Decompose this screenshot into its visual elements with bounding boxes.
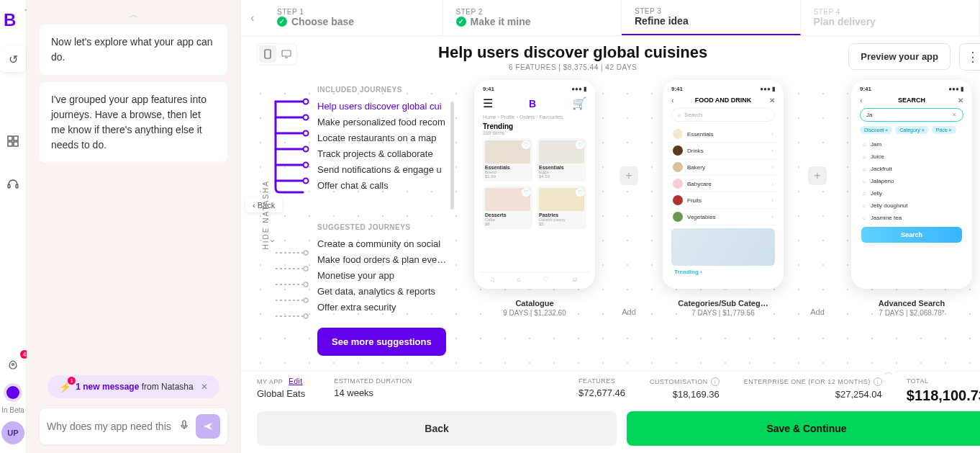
customisation-value: $18,169.36 bbox=[650, 389, 720, 400]
svg-point-6 bbox=[12, 364, 14, 366]
mockup-title: Catalogue bbox=[515, 299, 553, 308]
phone-frame: 9:41●●● ▮ ☰B🛒 Home › Profile › Orders › … bbox=[474, 80, 595, 289]
info-icon[interactable]: i bbox=[711, 377, 720, 386]
product-card: ♡DessertsCake$8 bbox=[483, 186, 532, 229]
phone-bottom-nav: ⌂⌕♡☺ bbox=[480, 272, 589, 283]
step-3[interactable]: STEP 3 Refine idea bbox=[622, 0, 801, 35]
journey-item[interactable]: Make food orders & plan even… bbox=[284, 251, 450, 267]
signal-icon: ●●● ▮ bbox=[571, 86, 586, 92]
canvas-title: Help users discover global cuisines bbox=[306, 43, 840, 62]
search-icon: ⌕ bbox=[863, 215, 866, 221]
chat-input[interactable] bbox=[47, 421, 173, 432]
user-avatar[interactable]: UP bbox=[1, 421, 24, 444]
step-2[interactable]: STEP 2 ✓Make it mine bbox=[443, 0, 622, 35]
device-desktop-icon[interactable] bbox=[278, 45, 295, 63]
mockup-catalogue[interactable]: 9:41●●● ▮ ☰B🛒 Home › Profile › Orders › … bbox=[460, 80, 609, 371]
edit-app-link[interactable]: Edit bbox=[289, 377, 302, 385]
heart-icon: ♡ bbox=[522, 188, 530, 197]
search-result: ⌕Jelly doughnut bbox=[857, 199, 966, 212]
new-message-from: from Natasha bbox=[139, 382, 193, 392]
send-button[interactable] bbox=[196, 414, 220, 439]
more-menu-button[interactable]: ⋮ bbox=[959, 43, 980, 71]
journey-item[interactable]: Track projects & collaborate bbox=[284, 145, 450, 161]
search-icon: ⌕ bbox=[678, 112, 681, 118]
mic-icon[interactable] bbox=[178, 419, 190, 434]
close-icon: ✕ bbox=[958, 97, 963, 104]
canvas-header: Help users discover global cuisines 6 FE… bbox=[241, 36, 980, 74]
dismiss-pill-icon[interactable]: ✕ bbox=[201, 382, 208, 392]
category-row: Drinks› bbox=[668, 143, 778, 159]
device-toggle bbox=[257, 43, 297, 65]
stepper-prev[interactable]: ‹ bbox=[241, 0, 264, 35]
journey-item[interactable]: Offer extra security bbox=[284, 299, 450, 315]
category-row: Fruits› bbox=[668, 192, 778, 209]
hide-natasha-toggle[interactable]: HIDE NATASHA‹ bbox=[262, 180, 274, 249]
mockup-meta: 9 DAYS | $1,232.60 bbox=[503, 309, 566, 317]
chat-collapse-chevron[interactable]: ︿ bbox=[40, 9, 227, 22]
save-continue-button[interactable]: Save & Continue bbox=[627, 411, 980, 446]
journey-item[interactable]: Make personalized food recom bbox=[284, 114, 450, 130]
svg-rect-8 bbox=[265, 50, 271, 58]
chat-panel: ︿ Now let's explore what your app can do… bbox=[27, 0, 240, 453]
device-phone-icon[interactable] bbox=[259, 45, 276, 63]
search-result: ⌕Jasmine tea bbox=[857, 212, 966, 224]
preview-app-button[interactable]: Preview your app bbox=[848, 43, 950, 70]
headset-icon[interactable] bbox=[0, 171, 26, 197]
beta-indicator[interactable] bbox=[6, 386, 19, 399]
phone-logo: B bbox=[529, 98, 536, 109]
beta-label: In Beta bbox=[1, 406, 24, 414]
mockup-meta: 7 DAYS | $2,068.78* bbox=[879, 309, 944, 317]
check-icon: ✓ bbox=[277, 17, 287, 27]
add-feature-button[interactable]: + bbox=[808, 166, 827, 185]
back-icon: ‹ bbox=[860, 96, 863, 104]
chat-message: I've grouped your app features into jour… bbox=[40, 82, 227, 163]
mockup-search[interactable]: 9:41●●● ▮ ‹SEARCH✕ Ja✕ Discount × Catego… bbox=[837, 80, 980, 371]
close-icon: ✕ bbox=[769, 97, 775, 104]
journey-item[interactable]: Help users discover global cui bbox=[284, 98, 450, 114]
duration-value: 14 weeks bbox=[334, 387, 412, 398]
new-message-pill[interactable]: ⚡ 1 new message from Natasha ✕ bbox=[47, 375, 219, 398]
undo-icon[interactable]: ↺ bbox=[0, 46, 26, 72]
step-1[interactable]: STEP 1 ✓Choose base bbox=[264, 0, 443, 35]
step-4[interactable]: STEP 4 Plan delivery bbox=[801, 0, 980, 35]
category-row: Essentials› bbox=[668, 126, 778, 143]
chat-message: Now let's explore what your app can do. bbox=[40, 24, 227, 75]
footer-bar: ︿ MY APPEdit Global Eats ESTIMATED DURAT… bbox=[241, 371, 980, 453]
signal-icon: ●●● ▮ bbox=[948, 86, 963, 92]
suggested-journeys-heading: SUGGESTED JOURNEYS bbox=[317, 223, 450, 231]
journey-item[interactable]: Get data, analytics & reports bbox=[284, 283, 450, 299]
search-result: ⌕Jam bbox=[857, 138, 966, 151]
heart-icon: ♡ bbox=[522, 140, 530, 149]
journey-item[interactable]: Send notifications & engage u bbox=[284, 161, 450, 177]
journeys-scrollbar[interactable] bbox=[450, 102, 454, 210]
info-icon[interactable]: i bbox=[874, 377, 882, 386]
back-button[interactable]: Back bbox=[257, 411, 617, 446]
journey-item[interactable]: Create a community on social bbox=[284, 236, 450, 251]
search-result: ⌕Jelly bbox=[857, 187, 966, 199]
total-label: TOTAL bbox=[907, 377, 980, 385]
product-card: ♡EssentialsEggs$4.50 bbox=[537, 138, 586, 181]
filter-chip: Price × bbox=[932, 126, 956, 134]
heart-icon: ♡ bbox=[576, 188, 584, 197]
journeys-panel: INCLUDED JOURNEYS Help users discover gl… bbox=[284, 80, 450, 371]
mockup-categories[interactable]: 9:41●●● ▮ ‹FOOD AND DRINK✕ ⌕Search Essen… bbox=[648, 80, 798, 371]
journey-item[interactable]: Locate restaurants on a map bbox=[284, 130, 450, 145]
phone-title: SEARCH bbox=[898, 97, 925, 104]
stepper: ‹ STEP 1 ✓Choose base STEP 2 ✓Make it mi… bbox=[241, 0, 980, 36]
mockups-row: 9:41●●● ▮ ☰B🛒 Home › Profile › Orders › … bbox=[460, 80, 980, 371]
search-result: ⌕Jalapeno bbox=[857, 175, 966, 187]
filter-chips: Discount × Category × Price × bbox=[857, 126, 966, 138]
footer-expand-chevron[interactable]: ︿ bbox=[881, 366, 896, 378]
search-icon: ⌕ bbox=[863, 166, 866, 172]
add-feature-button[interactable]: + bbox=[620, 166, 638, 185]
journey-item[interactable]: Monetise your app bbox=[284, 267, 450, 283]
svg-rect-0 bbox=[8, 136, 12, 140]
dashboard-icon[interactable] bbox=[0, 128, 26, 154]
svg-rect-3 bbox=[14, 142, 18, 146]
profile-icon: ☺ bbox=[571, 275, 579, 283]
rocket-icon[interactable]: 4 bbox=[0, 353, 26, 379]
section-count: 289 items bbox=[480, 130, 589, 138]
see-more-suggestions-button[interactable]: See more suggestions bbox=[317, 328, 446, 356]
customisation-label: CUSTOMISATION bbox=[650, 378, 708, 385]
journey-item[interactable]: Offer chat & calls bbox=[284, 177, 450, 193]
